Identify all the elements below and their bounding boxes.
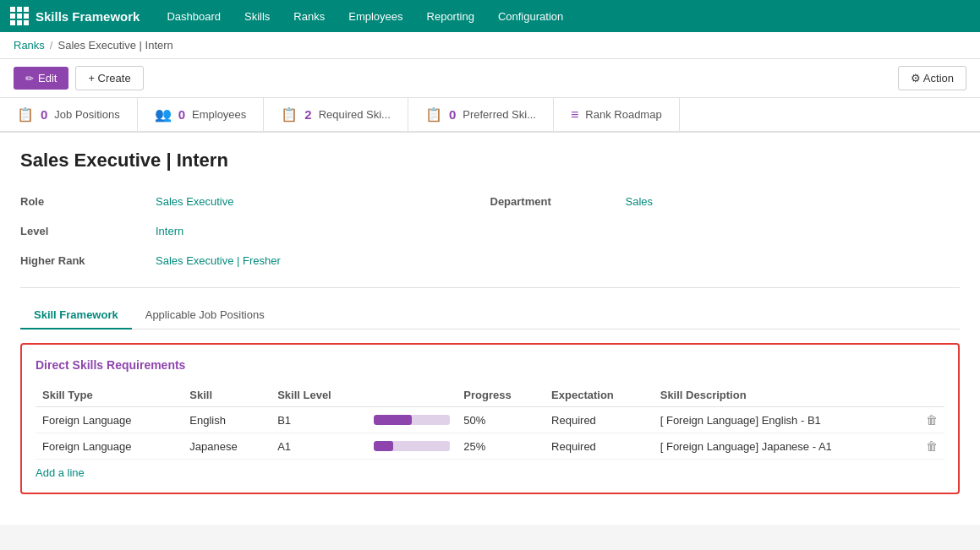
col-skill-type: Skill Type [36, 384, 183, 407]
tab-skill-framework[interactable]: Skill Framework [20, 302, 132, 329]
add-line-link[interactable]: Add a line [36, 466, 85, 479]
cell-expectation-1: Required [545, 433, 654, 460]
cell-progress-bar-0 [367, 407, 457, 433]
skills-section: Direct Skills Requirements Skill Type Sk… [20, 343, 960, 494]
cell-description-1: [ Foreign Language] Japanese - A1 [654, 433, 919, 460]
stat-tab-required-skills[interactable]: 📋 2 Required Ski... [264, 98, 408, 131]
level-label: Level [20, 221, 156, 241]
progress-bar-wrap-0 [374, 415, 450, 425]
cell-skill-type-0: Foreign Language [36, 407, 183, 433]
job-positions-icon: 📋 [17, 106, 34, 123]
rank-roadmap-icon: ≡ [571, 107, 578, 123]
delete-icon-1[interactable]: 🗑 [926, 439, 938, 453]
col-skill-level: Skill Level [271, 384, 367, 407]
toolbar: ✏ Edit + Create ⚙ Action [0, 59, 980, 98]
delete-icon-0[interactable]: 🗑 [926, 413, 938, 427]
field-grid: Role Sales Executive Department Sales Le… [20, 192, 960, 270]
skills-table: Skill Type Skill Skill Level Progress Ex… [36, 384, 944, 460]
nav-skills[interactable]: Skills [234, 5, 280, 28]
breadcrumb: Ranks / Sales Executive | Intern [0, 32, 980, 59]
nav-configuration[interactable]: Configuration [488, 5, 573, 28]
main-content: Sales Executive | Intern Role Sales Exec… [0, 133, 980, 525]
skills-section-title: Direct Skills Requirements [36, 358, 944, 372]
cell-skill-type-1: Foreign Language [36, 433, 183, 460]
progress-bar-fill-1 [374, 441, 393, 451]
app-name: Skills Framework [36, 9, 140, 24]
col-progress: Progress [457, 384, 545, 407]
col-skill: Skill [183, 384, 271, 407]
progress-bar-wrap-1 [374, 441, 450, 451]
department-value[interactable]: Sales [626, 192, 961, 211]
cell-skill-level-0: B1 [271, 407, 367, 433]
nav-reporting[interactable]: Reporting [417, 5, 485, 28]
stat-tab-preferred-skills[interactable]: 📋 0 Preferred Ski... [408, 98, 554, 131]
navbar: Skills Framework Dashboard Skills Ranks … [0, 0, 980, 32]
level-value[interactable]: Intern [156, 221, 490, 241]
action-button[interactable]: ⚙ Action [898, 66, 966, 90]
cell-skill-1: Japanese [183, 433, 271, 460]
cell-progress-0: 50% [457, 407, 545, 433]
role-label: Role [20, 192, 156, 211]
col-progress-bar [367, 384, 457, 407]
cell-skill-0: English [183, 407, 271, 433]
cell-skill-level-1: A1 [271, 433, 367, 460]
cell-delete-0[interactable]: 🗑 [919, 407, 944, 433]
nav-ranks[interactable]: Ranks [283, 5, 335, 28]
pencil-icon: ✏ [25, 73, 34, 84]
nav-employees[interactable]: Employees [338, 5, 413, 28]
create-button[interactable]: + Create [75, 66, 143, 90]
app-brand: Skills Framework [10, 7, 140, 25]
table-row: Foreign Language Japanese A1 25% Require… [36, 433, 944, 460]
cell-delete-1[interactable]: 🗑 [919, 433, 944, 460]
stat-tab-rank-roadmap[interactable]: ≡ Rank Roadmap [554, 98, 680, 131]
breadcrumb-separator: / [50, 39, 53, 52]
col-expectation: Expectation [545, 384, 654, 407]
cell-expectation-0: Required [545, 407, 654, 433]
stat-tab-job-positions[interactable]: 📋 0 Job Positions [0, 98, 138, 131]
col-description: Skill Description [654, 384, 919, 407]
edit-button[interactable]: ✏ Edit [14, 67, 68, 90]
preferred-skills-icon: 📋 [425, 106, 442, 123]
grid-icon [10, 7, 29, 25]
cell-progress-bar-1 [367, 433, 457, 460]
higher-rank-value[interactable]: Sales Executive | Fresher [156, 251, 490, 270]
higher-rank-label: Higher Rank [20, 251, 156, 270]
required-skills-icon: 📋 [281, 106, 298, 123]
breadcrumb-parent[interactable]: Ranks [14, 39, 45, 52]
department-label: Department [490, 192, 626, 211]
table-row: Foreign Language English B1 50% Required… [36, 407, 944, 433]
table-header-row: Skill Type Skill Skill Level Progress Ex… [36, 384, 944, 407]
tab-applicable-job-positions[interactable]: Applicable Job Positions [132, 302, 278, 329]
record-title: Sales Executive | Intern [20, 150, 960, 172]
stat-tabs: 📋 0 Job Positions 👥 0 Employees 📋 2 Requ… [0, 98, 980, 133]
role-value[interactable]: Sales Executive [156, 192, 490, 211]
progress-bar-fill-0 [374, 415, 412, 425]
breadcrumb-current: Sales Executive | Intern [57, 39, 172, 52]
stat-tab-employees[interactable]: 👥 0 Employees [138, 98, 265, 131]
cell-description-0: [ Foreign Language] English - B1 [654, 407, 919, 433]
employees-icon: 👥 [155, 106, 172, 123]
cell-progress-1: 25% [457, 433, 545, 460]
nav-links: Dashboard Skills Ranks Employees Reporti… [156, 5, 573, 28]
tab-bar: Skill Framework Applicable Job Positions [20, 302, 960, 329]
divider [20, 287, 960, 288]
col-actions [919, 384, 944, 407]
nav-dashboard[interactable]: Dashboard [156, 5, 231, 28]
